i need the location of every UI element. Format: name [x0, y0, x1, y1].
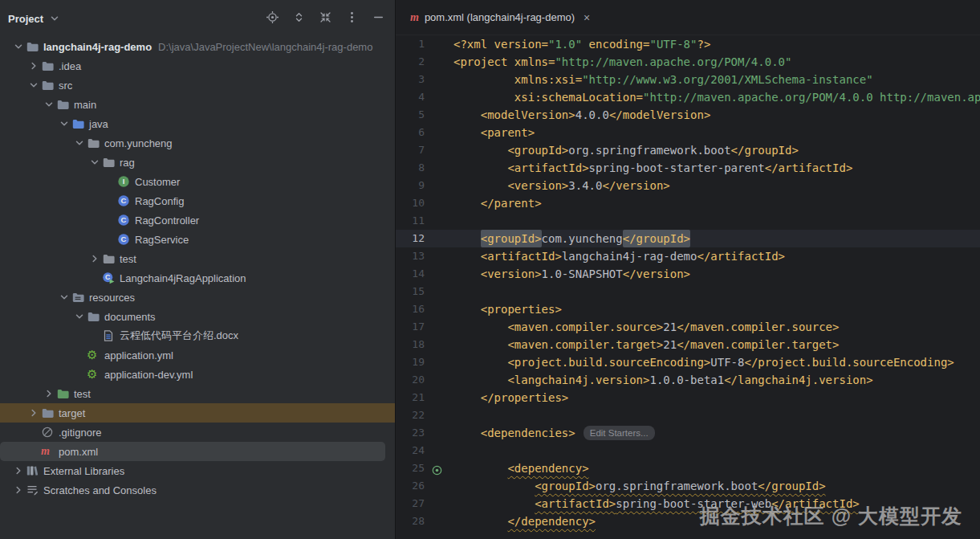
inlay-hint-edit-starters[interactable]: Edit Starters... — [584, 426, 655, 440]
chevron-right-icon[interactable] — [87, 253, 102, 264]
chevron-down-icon[interactable] — [26, 80, 41, 91]
tree-item-external-libraries[interactable]: External Libraries — [0, 461, 395, 480]
tab-close-icon[interactable]: × — [584, 12, 590, 23]
tree-item-ragconfig[interactable]: CRagConfig — [0, 191, 395, 210]
tree-item-application-yml[interactable]: ⚙application.yml — [0, 345, 395, 365]
code-token: </version> — [602, 177, 669, 194]
chevron-down-icon[interactable] — [87, 157, 102, 168]
tree-item-test[interactable]: test — [0, 249, 395, 268]
expand-collapse-button[interactable] — [292, 10, 306, 27]
tree-item-docx[interactable]: 云程低代码平台介绍.docx — [0, 326, 395, 345]
code-token: </artifactId> — [765, 159, 853, 177]
maven-icon: m — [41, 446, 59, 457]
chevron-down-icon[interactable] — [57, 118, 71, 129]
chevron-right-icon[interactable] — [11, 484, 26, 496]
tree-item-pom-xml[interactable]: mpom.xml — [0, 442, 385, 461]
code-line-23[interactable]: 23 <dependencies>Edit Starters... — [396, 424, 980, 442]
code-line-27[interactable]: 27 <artifactId>spring-boot-starter-web</… — [396, 495, 980, 512]
code-line-24[interactable]: 24 — [396, 442, 980, 459]
tree-item-src[interactable]: src — [0, 76, 395, 95]
tree-item-com-yuncheng[interactable]: com.yuncheng — [0, 133, 395, 153]
code-line-15[interactable]: 15 — [396, 283, 980, 300]
code-line-25[interactable]: 25 <dependency> — [396, 459, 980, 477]
chevron-down-icon[interactable] — [11, 41, 26, 52]
tree-item-langchain4j-rag-demo[interactable]: langchain4j-rag-demoD:\java\JavaProjectN… — [0, 37, 395, 56]
tree-item-label: application.yml — [104, 349, 173, 361]
code-line-5[interactable]: 5 <modelVersion>4.0.0</modelVersion> — [396, 106, 980, 124]
tree-item-resources[interactable]: resources — [0, 288, 395, 307]
class-icon: C — [117, 194, 135, 207]
code-line-17[interactable]: 17 <maven.compiler.source>21</maven.comp… — [396, 318, 980, 336]
code-area[interactable]: 1<?xml version="1.0" encoding="UTF-8"?>2… — [396, 35, 980, 539]
gutter — [425, 424, 453, 442]
code-line-26[interactable]: 26 <groupId>org.springframework.boot</gr… — [396, 477, 980, 495]
chevron-right-icon[interactable] — [26, 60, 41, 71]
tree-item-label: Scratches and Consoles — [43, 484, 157, 496]
tree-item-ragcontroller[interactable]: CRagController — [0, 210, 395, 230]
tree-item-label: pom.xml — [59, 446, 98, 458]
code-line-12[interactable]: 12 <groupId>com.yuncheng</groupId> — [396, 230, 980, 247]
code-line-2[interactable]: 2<project xmlns="http://maven.apache.org… — [396, 53, 980, 71]
code-token — [453, 336, 507, 353]
code-token — [453, 177, 507, 194]
tree-item-documents[interactable]: documents — [0, 307, 395, 326]
tree-item-langchain4jragapplication[interactable]: CLangchain4jRagApplication — [0, 268, 395, 288]
code-line-9[interactable]: 9 <version>3.4.0</version> — [396, 177, 980, 194]
code-line-13[interactable]: 13 <artifactId>langchain4j-rag-demo</art… — [396, 247, 980, 265]
hide-panel-button[interactable] — [372, 10, 385, 27]
tree-item-test[interactable]: test — [0, 384, 395, 403]
tree-item-java[interactable]: java — [0, 114, 395, 133]
folder-resources-icon — [71, 291, 89, 304]
code-line-10[interactable]: 10 </parent> — [396, 194, 980, 212]
tree-item-idea[interactable]: .idea — [0, 56, 395, 76]
collapse-all-button[interactable] — [319, 10, 332, 27]
locate-file-button[interactable] — [266, 10, 279, 27]
line-number: 18 — [396, 336, 425, 353]
code-line-16[interactable]: 16 <properties> — [396, 300, 980, 318]
code-token: 21 — [663, 336, 677, 353]
code-line-3[interactable]: 3 xmlns:xsi="http://www.w3.org/2001/XMLS… — [396, 71, 980, 88]
code-token: </dependency> — [507, 512, 596, 530]
project-view-selector[interactable]: Project — [8, 13, 62, 25]
code-line-14[interactable]: 14 <version>1.0-SNAPSHOT</version> — [396, 265, 980, 283]
code-line-18[interactable]: 18 <maven.compiler.target>21</maven.comp… — [396, 336, 980, 353]
code-line-22[interactable]: 22 — [396, 406, 980, 424]
gutter — [425, 124, 453, 141]
tree-item-ragservice[interactable]: CRagService — [0, 230, 395, 249]
code-line-11[interactable]: 11 — [396, 212, 980, 230]
chevron-right-icon[interactable] — [42, 388, 56, 399]
tree-item-target[interactable]: target — [0, 403, 395, 423]
tree-item-gitignore[interactable]: .gitignore — [0, 423, 395, 442]
code-line-21[interactable]: 21 </properties> — [396, 389, 980, 406]
code-line-20[interactable]: 20 <langchain4j.version>1.0.0-beta1</lan… — [396, 371, 980, 389]
code-line-7[interactable]: 7 <groupId>org.springframework.boot</gro… — [396, 141, 980, 159]
line-number: 20 — [396, 371, 425, 389]
editor-area: m pom.xml (langchain4j-rag-demo) × 1<?xm… — [396, 0, 980, 539]
code-token: <maven.compiler.source> — [507, 318, 663, 336]
chevron-right-icon[interactable] — [11, 465, 26, 476]
code-token: <dependency> — [507, 459, 588, 477]
code-line-19[interactable]: 19 <project.build.sourceEncoding>UTF-8</… — [396, 353, 980, 371]
code-line-1[interactable]: 1<?xml version="1.0" encoding="UTF-8"?> — [396, 35, 980, 53]
tree-item-application-dev-yml[interactable]: ⚙application-dev.yml — [0, 365, 395, 384]
tree-item-scratches-and-consoles[interactable]: Scratches and Consoles — [0, 480, 395, 500]
editor-tab-pom-xml[interactable]: m pom.xml (langchain4j-rag-demo) × — [401, 0, 600, 35]
tree-item-label: RagController — [135, 214, 199, 227]
chevron-down-icon[interactable] — [72, 311, 87, 322]
code-token: "http://maven.apache.org/POM/4.0.0 http:… — [643, 88, 980, 106]
chevron-down-icon[interactable] — [72, 137, 87, 149]
tree-item-main[interactable]: main — [0, 95, 395, 114]
chevron-down-icon[interactable] — [57, 292, 71, 303]
code-line-6[interactable]: 6 <parent> — [396, 124, 980, 141]
chevron-right-icon[interactable] — [26, 407, 41, 419]
code-line-8[interactable]: 8 <artifactId>spring-boot-starter-parent… — [396, 159, 980, 177]
tree-item-rag[interactable]: rag — [0, 153, 395, 172]
line-number: 8 — [396, 159, 425, 177]
tree-item-customer[interactable]: ICustomer — [0, 172, 395, 191]
code-line-4[interactable]: 4 xsi:schemaLocation="http://maven.apach… — [396, 88, 980, 106]
code-line-28[interactable]: 28 </dependency> — [396, 512, 980, 530]
tree-item-label: resources — [89, 292, 135, 304]
chevron-down-icon[interactable] — [42, 99, 56, 110]
more-options-button[interactable] — [345, 10, 359, 27]
expand-collapse-icon — [292, 10, 306, 27]
